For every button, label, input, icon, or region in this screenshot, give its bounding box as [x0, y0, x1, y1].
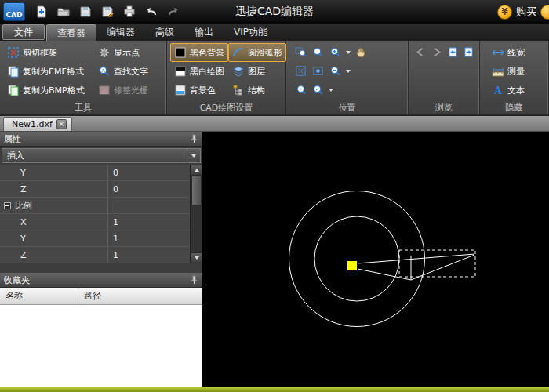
property-grid-scrollbar[interactable] [190, 165, 202, 263]
collapse-toggle-icon[interactable] [4, 202, 11, 209]
zoom-scale-dropdown-caret[interactable] [329, 89, 333, 92]
drawing-canvas[interactable] [202, 132, 549, 387]
buy-coin-icon: ¥ [497, 5, 512, 20]
clip-frame-button[interactable]: 剪切框架 [3, 43, 94, 62]
line-width-toggle[interactable]: 线宽 [488, 43, 546, 62]
service-icon[interactable] [540, 5, 549, 20]
gear-icon [98, 46, 111, 59]
history-back-button[interactable] [445, 45, 461, 60]
zoom-dynamic-icon [312, 46, 325, 59]
property-group-row[interactable]: 比例 [0, 198, 191, 214]
property-row[interactable]: Z 0 [0, 181, 191, 198]
structure-button[interactable]: 结构 [228, 81, 286, 100]
zoom-in-dropdown-caret[interactable] [346, 51, 351, 54]
open-file-button[interactable] [55, 3, 72, 20]
clip-frame-icon [7, 46, 20, 59]
properties-title: 属性 [4, 133, 21, 145]
history-back-icon [447, 46, 460, 59]
close-tab-icon[interactable]: × [56, 119, 67, 129]
black-white-icon [174, 65, 187, 78]
grip-handle-marker[interactable] [347, 261, 357, 270]
background-color-button[interactable]: 背景色 [170, 81, 228, 100]
property-key: X [0, 214, 108, 230]
menu-bar: 文件 查看器 编辑器 高级 输出 VIP功能 [0, 24, 549, 41]
zoom-dynamic-button[interactable] [310, 45, 326, 60]
property-row[interactable]: Z 1 [0, 247, 191, 263]
zoom-extents-button[interactable] [293, 64, 309, 79]
ribbon-group-browse: 浏览 [409, 41, 480, 114]
property-row[interactable]: X 1 [0, 214, 191, 230]
outer-circle-entity[interactable] [289, 191, 425, 327]
redo-button[interactable] [165, 3, 182, 20]
zoom-window-button[interactable] [293, 45, 309, 60]
tab-vip[interactable]: VIP功能 [224, 24, 278, 41]
tab-viewer[interactable]: 查看器 [46, 24, 96, 41]
measure-toggle[interactable]: 测量 [488, 62, 546, 81]
property-value[interactable]: 0 [108, 181, 191, 197]
zoom-previous-button[interactable] [293, 82, 309, 98]
zoom-previous-icon [295, 84, 307, 96]
copy-bmp-button[interactable]: 复制为BMP格式 [3, 81, 94, 100]
save-as-icon [101, 5, 114, 18]
find-text-icon: A [98, 65, 111, 78]
history-forward-button[interactable] [462, 45, 478, 60]
title-bar: CAD [0, 0, 549, 24]
property-value[interactable]: 0 [108, 165, 191, 180]
text-toggle[interactable]: A 文本 [488, 81, 546, 100]
property-value [108, 198, 191, 213]
column-header-path[interactable]: 路径 [78, 288, 101, 304]
pin-icon[interactable] [189, 134, 198, 143]
print-button[interactable] [121, 3, 138, 20]
pin-icon[interactable] [189, 275, 198, 285]
zoom-in-button[interactable] [327, 45, 344, 60]
property-value[interactable]: 1 [108, 247, 191, 263]
black-background-toggle[interactable]: 黑色背景 [170, 43, 228, 62]
document-tab[interactable]: New1.dxf × [3, 117, 72, 131]
back-arrow-icon [415, 46, 427, 59]
new-document-button[interactable] [33, 3, 50, 20]
favorites-columns-header: 名称 路径 [0, 288, 202, 305]
ribbon: 剪切框架 复制为EMF格式 复制为BMP格式 [0, 41, 549, 116]
background-color-icon [174, 84, 187, 96]
zoom-scale-button[interactable] [310, 82, 326, 98]
undo-button[interactable] [143, 3, 160, 20]
favorites-list[interactable] [0, 305, 202, 387]
zoom-in-icon [329, 46, 342, 59]
pan-button[interactable] [353, 45, 369, 60]
inner-circle-entity[interactable] [314, 216, 399, 301]
zoom-out-dropdown-caret[interactable] [346, 70, 351, 73]
group-label-browse: 浏览 [409, 102, 479, 114]
show-points-button[interactable]: 显示点 [94, 43, 152, 62]
redo-icon [167, 5, 180, 18]
zoom-out-button[interactable] [327, 64, 344, 79]
save-as-button[interactable] [99, 3, 116, 20]
property-value[interactable]: 1 [108, 214, 191, 230]
ribbon-group-tools: 剪切框架 复制为EMF格式 复制为BMP格式 [0, 41, 167, 114]
smooth-arc-toggle[interactable]: 圆滑弧形 [228, 43, 286, 62]
zoom-window-icon [295, 46, 307, 59]
zoom-extents-icon [295, 65, 307, 78]
tab-advanced[interactable]: 高级 [145, 24, 184, 41]
insert-dropdown[interactable]: 插入 [2, 148, 201, 163]
scroll-down-button[interactable] [191, 252, 202, 263]
scroll-up-button[interactable] [191, 165, 202, 176]
tab-output[interactable]: 输出 [184, 24, 224, 41]
layers-button[interactable]: 图层 [228, 62, 286, 81]
find-text-button[interactable]: A 查找文字 [94, 62, 152, 81]
column-header-name[interactable]: 名称 [0, 288, 78, 304]
leader-line-lower[interactable] [358, 269, 411, 280]
menu-file-button[interactable]: 文件 [2, 24, 45, 40]
zoom-object-button[interactable] [310, 64, 326, 79]
property-row[interactable]: Y 1 [0, 230, 191, 247]
property-row[interactable]: Y 0 [0, 165, 191, 181]
tab-editor[interactable]: 编辑器 [96, 24, 145, 41]
app-logo[interactable]: CAD [3, 2, 25, 21]
new-document-icon [35, 5, 48, 18]
property-value[interactable]: 1 [108, 230, 191, 246]
buy-button[interactable]: 购买 [516, 5, 536, 19]
group-label-position: 位置 [286, 102, 408, 114]
black-white-drawing-button[interactable]: 黑白绘图 [170, 62, 228, 81]
scrollbar-thumb[interactable] [191, 176, 202, 205]
copy-emf-button[interactable]: 复制为EMF格式 [3, 62, 94, 81]
save-button[interactable] [77, 3, 94, 20]
